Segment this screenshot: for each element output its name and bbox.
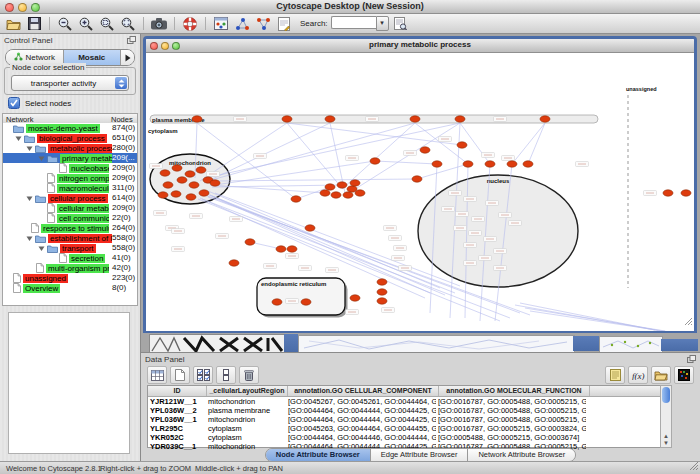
attribute-table[interactable]: ID _cellularLayoutRegion annotation.GO C…: [147, 385, 661, 448]
network-node[interactable]: [485, 161, 495, 167]
network-node[interactable]: [350, 180, 360, 186]
table-cell[interactable]: mitochondrion: [206, 415, 286, 424]
network-node[interactable]: [172, 165, 182, 171]
tree-row[interactable]: biological_process651(0): [3, 133, 137, 143]
table-cell[interactable]: [586, 415, 660, 424]
network-node[interactable]: [189, 182, 199, 188]
table-cell[interactable]: [586, 406, 660, 415]
network-node[interactable]: [301, 299, 311, 305]
network-node[interactable]: [377, 289, 387, 295]
network-edge[interactable]: [212, 185, 342, 187]
table-cell[interactable]: [586, 424, 660, 433]
background-window[interactable]: [149, 334, 286, 352]
network-node[interactable]: [210, 180, 220, 186]
expand-arrow-icon[interactable]: [24, 195, 35, 202]
open-session-icon[interactable]: [4, 16, 22, 32]
zoom-fit-icon[interactable]: [119, 16, 137, 32]
network-node[interactable]: [410, 116, 420, 122]
table-scrollbar[interactable]: ▲▼: [660, 385, 672, 448]
tree-row[interactable]: establishment of lo558(0): [3, 233, 137, 243]
network-node[interactable]: [320, 190, 330, 196]
help-lifering-icon[interactable]: [181, 16, 199, 32]
network-node[interactable]: [331, 192, 341, 198]
scrollbar-thumb[interactable]: [662, 387, 670, 403]
network-edge[interactable]: [287, 123, 342, 188]
table-row[interactable]: YLR295Ccytoplasm[GO:0045263, GO:0044464,…: [148, 424, 660, 433]
network-edge[interactable]: [530, 311, 670, 331]
network-node[interactable]: [432, 161, 442, 167]
network-view-titlebar[interactable]: primary metabolic process: [146, 39, 694, 53]
network-node[interactable]: [276, 246, 286, 252]
zoom-out-icon[interactable]: [56, 16, 74, 32]
table-cell[interactable]: YJR121W__1: [148, 397, 206, 406]
table-cell[interactable]: [GO:0016787, GO:0005488, GO:0005215, G..…: [436, 406, 586, 415]
tree-row[interactable]: cell communicat22(0): [3, 213, 137, 223]
network-node[interactable]: [455, 116, 465, 122]
attribute-table-icon[interactable]: [147, 366, 167, 384]
network-node[interactable]: [420, 147, 430, 153]
tree-row[interactable]: unassigned223(0): [3, 273, 137, 283]
search-advanced-icon[interactable]: [392, 16, 410, 32]
window-resize-grip-icon[interactable]: [684, 312, 693, 330]
tree-row[interactable]: multi-organism pro42(0): [3, 263, 137, 273]
network-manager-icon[interactable]: [212, 16, 230, 32]
annotation-icon[interactable]: [275, 16, 293, 32]
import-attributes-icon[interactable]: [651, 366, 671, 384]
network-edge[interactable]: [515, 305, 655, 330]
table-row[interactable]: YKR052Ccytoplasm[GO:0044464, GO:0044446,…: [148, 433, 660, 442]
search-dropdown-arrow-icon[interactable]: ▾: [376, 16, 389, 31]
tree-row[interactable]: nucleobase-209(0): [3, 163, 137, 173]
table-cell[interactable]: [GO:0045263, GO:0044464, GO:0044455, G..…: [286, 424, 436, 433]
tab-edge-attribute-browser[interactable]: Edge Attribute Browser: [371, 449, 469, 461]
background-window-border[interactable]: [661, 339, 698, 351]
network-node[interactable]: [199, 190, 209, 196]
network-node[interactable]: [282, 116, 292, 122]
search-input[interactable]: ▾: [331, 16, 389, 31]
table-cell[interactable]: [GO:0016787, GO:0005488, GO:0005215, G..…: [436, 397, 586, 406]
table-cell[interactable]: YPL036W__1: [148, 415, 206, 424]
table-cell[interactable]: [GO:0016787, GO:0005488, GO:0005215, G..…: [436, 415, 586, 424]
network-node[interactable]: [192, 116, 202, 122]
select-nodes-checkbox[interactable]: [8, 97, 20, 109]
tab-network-attribute-browser[interactable]: Network Attribute Browser: [468, 449, 575, 461]
tab-overflow-arrow-icon[interactable]: [121, 50, 134, 65]
network-node[interactable]: [343, 192, 353, 198]
table-cell[interactable]: mitochondrion: [206, 397, 286, 406]
network-edge[interactable]: [512, 123, 545, 164]
network-node[interactable]: [287, 246, 297, 252]
save-session-icon[interactable]: [25, 16, 43, 32]
background-window-border[interactable]: [573, 336, 599, 351]
network-node[interactable]: [681, 190, 691, 196]
float-panel-icon[interactable]: [687, 355, 696, 365]
network-node[interactable]: [523, 161, 533, 167]
network-node[interactable]: [177, 177, 187, 183]
network-node[interactable]: [171, 191, 181, 197]
table-cell[interactable]: plasma membrane: [206, 406, 286, 415]
table-cell[interactable]: YLR295C: [148, 424, 206, 433]
network-view-window[interactable]: primary metabolic process plasma membran…: [143, 36, 697, 333]
background-window[interactable]: [298, 335, 575, 352]
table-cell[interactable]: YKR052C: [148, 433, 206, 442]
column-go-cellular-component[interactable]: annotation.GO CELLULAR_COMPONENT: [288, 386, 439, 396]
table-cell[interactable]: [GO:0005488, GO:0005215, GO:0003674]: [436, 433, 586, 442]
node-color-dropdown[interactable]: transporter activity: [11, 75, 129, 91]
table-row[interactable]: YJR121W__1mitochondrion[GO:0045267, GO:0…: [148, 397, 660, 406]
expand-arrow-icon[interactable]: [24, 235, 35, 242]
select-attributes-icon[interactable]: [193, 366, 213, 384]
tree-row[interactable]: secretion41(0): [3, 253, 137, 263]
network-node[interactable]: [350, 295, 360, 301]
background-window[interactable]: [599, 336, 663, 352]
table-row[interactable]: YPL036W__2plasma membrane[GO:0044464, GO…: [148, 406, 660, 415]
tree-row[interactable]: macromolecule311(0): [3, 183, 137, 193]
search-field[interactable]: [331, 16, 376, 29]
table-cell[interactable]: [GO:0044464, GO:0044446, GO:0044444, G..…: [286, 433, 436, 442]
table-row[interactable]: YPL036W__1mitochondrion[GO:0044464, GO:0…: [148, 415, 660, 424]
network-node[interactable]: [291, 196, 301, 202]
network-node[interactable]: [412, 176, 422, 182]
expand-arrow-icon[interactable]: [36, 155, 47, 162]
network-node[interactable]: [663, 190, 673, 196]
expand-arrow-icon[interactable]: [13, 135, 24, 142]
network-node[interactable]: [245, 239, 255, 245]
tree-row[interactable]: cellular process614(0): [3, 193, 137, 203]
zoom-selected-region-icon[interactable]: [98, 16, 116, 32]
